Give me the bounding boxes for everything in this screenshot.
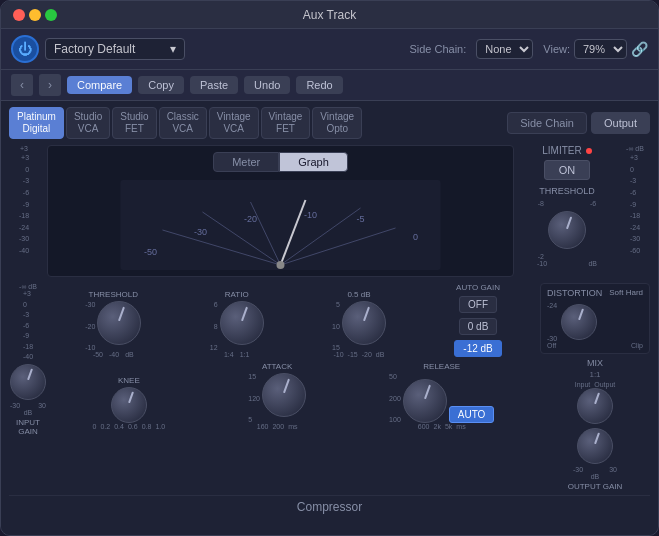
output-gain-section: -30 30 dB OUTPUT GAIN (540, 428, 650, 491)
undo-button[interactable]: Undo (244, 76, 290, 94)
minimize-button[interactable] (29, 9, 41, 21)
comp-type-vintage-opto[interactable]: VintageOpto (312, 107, 362, 139)
right-meter-section: -∞ dB +3 0 -3 -6 -9 -18 -24 -30 -60 (620, 145, 650, 277)
distortion-section: DISTORTION Soft Hard -24 -30 (540, 283, 650, 354)
svg-text:0: 0 (413, 232, 418, 242)
svg-text:-5: -5 (356, 214, 364, 224)
compressor-type-row: PlatinumDigital StudioVCA StudioFET Clas… (9, 107, 650, 139)
limiter-threshold-knob[interactable] (548, 211, 586, 249)
distortion-knob[interactable] (561, 304, 597, 340)
half-db-scale-row: 5 10 15 (332, 301, 386, 351)
release-scale-row: 50 200 100 AUTO (389, 373, 494, 423)
side-chain-output-btns: Side Chain Output (507, 112, 650, 134)
view-row: View: 79% 🔗 (543, 39, 648, 59)
attack-group: ATTACK 15 120 5 160 200 ms (248, 362, 306, 430)
link-icon[interactable]: 🔗 (631, 41, 648, 57)
bottom-knobs-row: KNEE 0 0.2 0.4 0.6 0.8 1.0 ATTAC (53, 362, 534, 430)
output-gain-knob[interactable] (577, 428, 613, 464)
meter-tab-meter[interactable]: Meter (213, 152, 279, 172)
side-chain-label: Side Chain: (409, 43, 466, 55)
copy-button[interactable]: Copy (138, 76, 184, 94)
distortion-label: DISTORTION Soft Hard (547, 288, 643, 298)
threshold-label: THRESHOLD (89, 290, 138, 299)
side-chain-select[interactable]: None (476, 39, 533, 59)
ratio-knob[interactable] (220, 301, 264, 345)
close-button[interactable] (13, 9, 25, 21)
meter-tab-graph[interactable]: Graph (279, 152, 348, 172)
vu-meter-section: Meter Graph -50 -30 -20 -10 -5 0 (47, 145, 514, 277)
comp-type-studio-vca[interactable]: StudioVCA (66, 107, 110, 139)
left-meter-scale: +3 0 -3 -6 -9 -18 -24 -30 -40 (19, 154, 29, 254)
release-label: RELEASE (423, 362, 460, 371)
right-meter-scale: +3 0 -3 -6 -9 -18 -24 -30 -60 (630, 154, 640, 254)
mix-io-labels: Input Output (575, 381, 616, 388)
view-label: View: (543, 43, 570, 55)
auto-gain-0db-button[interactable]: 0 dB (459, 318, 498, 335)
knee-label: KNEE (118, 376, 140, 385)
distortion-controls: -24 -30 (547, 302, 643, 342)
vu-arc-svg: -50 -30 -20 -10 -5 0 (54, 180, 507, 270)
svg-point-14 (277, 261, 285, 269)
mix-section: MIX 1:1 Input Output (540, 358, 650, 424)
input-gain-knob[interactable] (10, 364, 46, 400)
comp-type-vintage-vca[interactable]: VintageVCA (209, 107, 259, 139)
comp-type-vintage-fet[interactable]: VintageFET (261, 107, 311, 139)
auto-gain-section: AUTO GAIN OFF 0 dB -12 dB (454, 283, 501, 358)
bottom-title: Compressor (9, 495, 650, 518)
svg-text:-20: -20 (244, 214, 257, 224)
toolbar: ‹ › Compare Copy Paste Undo Redo (1, 70, 658, 101)
auto-gain-off-button[interactable]: OFF (459, 296, 497, 313)
title-bar: Aux Track (1, 1, 658, 29)
forward-button[interactable]: › (39, 74, 61, 96)
release-group: RELEASE 50 200 100 AUTO 600 (389, 362, 494, 430)
output-gain-label: OUTPUT GAIN (568, 482, 623, 491)
threshold-knob[interactable] (97, 301, 141, 345)
comp-type-platinum-digital[interactable]: PlatinumDigital (9, 107, 64, 139)
plugin-window: Aux Track ⏻ Factory Default ▾ Side Chain… (0, 0, 659, 536)
svg-text:-50: -50 (144, 247, 157, 257)
limiter-scale-right: -6 (590, 200, 596, 260)
limiter-on-button[interactable]: ON (544, 160, 591, 180)
attack-label: ATTACK (262, 362, 292, 371)
attack-knob[interactable] (262, 373, 306, 417)
comp-type-studio-fet[interactable]: StudioFET (112, 107, 156, 139)
maximize-button[interactable] (45, 9, 57, 21)
release-auto-button[interactable]: AUTO (449, 406, 495, 423)
redo-button[interactable]: Redo (296, 76, 342, 94)
preset-name: Factory Default (54, 42, 135, 56)
paste-button[interactable]: Paste (190, 76, 238, 94)
auto-gain-12db-button[interactable]: -12 dB (454, 340, 501, 357)
view-select[interactable]: 79% (574, 39, 627, 59)
half-db-knob[interactable] (342, 301, 386, 345)
middle-row: +3 +3 0 -3 -6 -9 -18 -24 -30 -40 Meter G… (9, 145, 650, 277)
back-button[interactable]: ‹ (11, 74, 33, 96)
comp-types: PlatinumDigital StudioVCA StudioFET Clas… (9, 107, 362, 139)
side-chain-button[interactable]: Side Chain (507, 112, 587, 134)
input-gain-db: -30 30 (10, 402, 46, 409)
main-knobs-grid: THRESHOLD -30 -20 -10 -50 -40 (53, 283, 534, 430)
limiter-label: LIMITER (542, 145, 591, 156)
svg-text:-30: -30 (194, 227, 207, 237)
attack-scale-row: 15 120 5 (248, 373, 306, 423)
right-section: DISTORTION Soft Hard -24 -30 (540, 283, 650, 491)
mix-label: MIX (587, 358, 603, 368)
output-button[interactable]: Output (591, 112, 650, 134)
power-button[interactable]: ⏻ (11, 35, 39, 63)
preset-selector[interactable]: Factory Default ▾ (45, 38, 185, 60)
left-meter-section: +3 +3 0 -3 -6 -9 -18 -24 -30 -40 (9, 145, 39, 277)
half-db-group: 0.5 dB 5 10 15 -10 -15 -20 (332, 290, 386, 358)
vu-meter: -50 -30 -20 -10 -5 0 (54, 180, 507, 270)
threshold-scale-row: -30 -20 -10 (85, 301, 141, 351)
mix-knob[interactable] (577, 388, 613, 424)
preset-arrow: ▾ (170, 42, 176, 56)
limiter-indicator (586, 148, 592, 154)
meter-tabs: Meter Graph (54, 152, 507, 172)
knee-knob[interactable] (111, 387, 147, 423)
knee-group: KNEE 0 0.2 0.4 0.6 0.8 1.0 (93, 376, 166, 430)
limiter-threshold-row: -8 -2 -6 (538, 200, 596, 260)
ratio-label: RATIO (225, 290, 249, 299)
input-gain-scale: +3 0 -3 -6 -9 -18 -40 (23, 290, 33, 360)
compare-button[interactable]: Compare (67, 76, 132, 94)
release-knob[interactable] (403, 379, 447, 423)
comp-type-classic-vca[interactable]: ClassicVCA (159, 107, 207, 139)
